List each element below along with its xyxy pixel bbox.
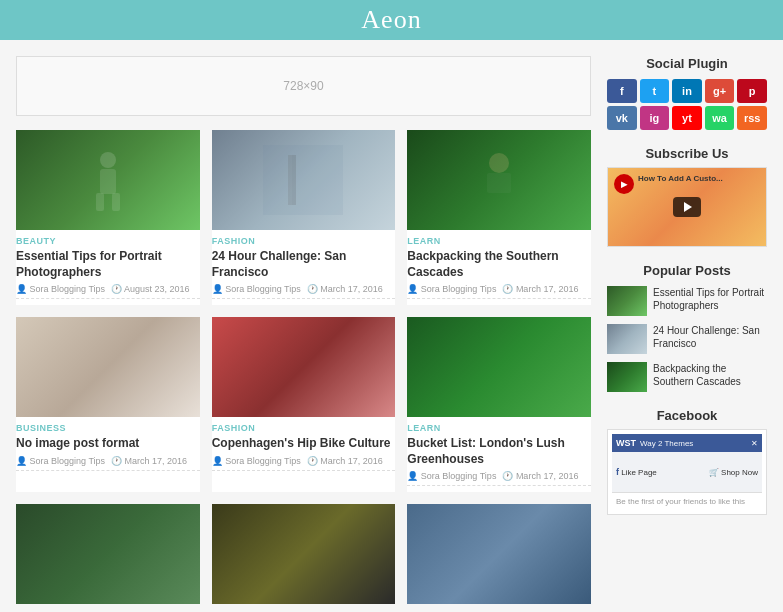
post-image[interactable] [407, 504, 591, 604]
post-title[interactable]: Backpacking the Southern Cascades [407, 249, 591, 280]
post-tag: FASHION [212, 236, 396, 246]
popular-post-item[interactable]: 24 Hour Challenge: San Francisco [607, 324, 767, 354]
svg-rect-4 [263, 145, 343, 215]
popular-post-image [607, 324, 647, 354]
post-author: 👤 Sora Blogging Tips [407, 284, 496, 294]
post-card: BEAUTYEssential Tips for Portrait Photog… [16, 130, 200, 305]
post-title[interactable]: Copenhagen's Hip Bike Culture [212, 436, 396, 452]
play-icon [684, 202, 692, 212]
post-card [407, 504, 591, 604]
post-card [16, 504, 200, 604]
svg-point-7 [489, 153, 509, 173]
post-image[interactable] [212, 504, 396, 604]
posts-grid: BEAUTYEssential Tips for Portrait Photog… [16, 130, 591, 604]
facebook-section: Facebook WST Way 2 Themes ✕ f Like Page … [607, 408, 767, 515]
popular-post-item[interactable]: Backpacking the Southern Cascades [607, 362, 767, 392]
post-date: 🕐 March 17, 2016 [502, 284, 578, 294]
post-title[interactable]: No image post format [16, 436, 200, 452]
popular-post-title: 24 Hour Challenge: San Francisco [653, 324, 767, 350]
post-info: 👤 Sora Blogging Tips🕐 August 23, 2016 [16, 284, 200, 299]
youtube-button[interactable]: yt [672, 106, 702, 130]
post-date: 🕐 March 17, 2016 [502, 471, 578, 481]
ad-label: 728×90 [283, 79, 323, 93]
post-date: 🕐 March 17, 2016 [111, 456, 187, 466]
post-title[interactable]: 24 Hour Challenge: San Francisco [212, 249, 396, 280]
post-author: 👤 Sora Blogging Tips [212, 456, 301, 466]
post-tag: BEAUTY [16, 236, 200, 246]
svg-rect-3 [112, 193, 120, 211]
post-info: 👤 Sora Blogging Tips🕐 March 17, 2016 [407, 471, 591, 486]
whatsapp-button[interactable]: wa [705, 106, 735, 130]
post-tag: BUSINESS [16, 423, 200, 433]
post-card: LEARNBackpacking the Southern Cascades👤 … [407, 130, 591, 305]
sidebar: Social Plugin fting+pvkigytwarss Subscri… [607, 56, 767, 604]
ad-banner: 728×90 [16, 56, 591, 116]
post-image[interactable] [212, 130, 396, 230]
linkedin-button[interactable]: in [672, 79, 702, 103]
svg-rect-6 [292, 155, 296, 205]
post-tag: LEARN [407, 236, 591, 246]
post-info: 👤 Sora Blogging Tips🕐 March 17, 2016 [212, 284, 396, 299]
page-container: 728×90 BEAUTYEssential Tips for Portrait… [0, 40, 783, 612]
main-content: 728×90 BEAUTYEssential Tips for Portrait… [16, 56, 591, 604]
svg-rect-5 [288, 155, 292, 205]
post-date: 🕐 August 23, 2016 [111, 284, 190, 294]
post-info: 👤 Sora Blogging Tips🕐 March 17, 2016 [16, 456, 200, 471]
post-title[interactable]: Bucket List: London's Lush Greenhouses [407, 436, 591, 467]
post-date: 🕐 March 17, 2016 [307, 456, 383, 466]
post-image[interactable] [407, 130, 591, 230]
popular-post-item[interactable]: Essential Tips for Portrait Photographer… [607, 286, 767, 316]
post-title[interactable]: Essential Tips for Portrait Photographer… [16, 249, 200, 280]
post-image[interactable] [16, 317, 200, 417]
post-author: 👤 Sora Blogging Tips [16, 284, 105, 294]
popular-post-title: Essential Tips for Portrait Photographer… [653, 286, 767, 312]
popular-posts-title: Popular Posts [607, 263, 767, 278]
vk-button[interactable]: vk [607, 106, 637, 130]
post-image[interactable] [212, 317, 396, 417]
post-image[interactable] [16, 130, 200, 230]
facebook-widget[interactable]: WST Way 2 Themes ✕ f Like Page 🛒 Shop No… [607, 429, 767, 515]
post-card: FASHIONCopenhagen's Hip Bike Culture👤 So… [212, 317, 396, 492]
post-date: 🕐 March 17, 2016 [307, 284, 383, 294]
post-card [212, 504, 396, 604]
post-author: 👤 Sora Blogging Tips [16, 456, 105, 466]
play-button[interactable] [673, 197, 701, 217]
popular-post-image [607, 362, 647, 392]
post-card: FASHION24 Hour Challenge: San Francisco👤… [212, 130, 396, 305]
post-image[interactable] [407, 317, 591, 417]
pinterest-button[interactable]: p [737, 79, 767, 103]
popular-post-title: Backpacking the Southern Cascades [653, 362, 767, 388]
social-grid: fting+pvkigytwarss [607, 79, 767, 130]
facebook-button[interactable]: f [607, 79, 637, 103]
post-info: 👤 Sora Blogging Tips🕐 March 17, 2016 [212, 456, 396, 471]
post-card: BUSINESSNo image post format👤 Sora Blogg… [16, 317, 200, 492]
svg-rect-1 [100, 169, 116, 194]
instagram-button[interactable]: ig [640, 106, 670, 130]
post-tag: FASHION [212, 423, 396, 433]
post-card: LEARNBucket List: London's Lush Greenhou… [407, 317, 591, 492]
header: Aeon [0, 0, 783, 40]
social-section: Social Plugin fting+pvkigytwarss [607, 56, 767, 130]
rss-button[interactable]: rss [737, 106, 767, 130]
svg-rect-2 [96, 193, 104, 211]
google-plus-button[interactable]: g+ [705, 79, 735, 103]
subscribe-section: Subscribe Us ▶ How To Add A Custo... [607, 146, 767, 247]
post-image[interactable] [16, 504, 200, 604]
post-author: 👤 Sora Blogging Tips [212, 284, 301, 294]
popular-posts-list: Essential Tips for Portrait Photographer… [607, 286, 767, 392]
popular-posts-section: Popular Posts Essential Tips for Portrai… [607, 263, 767, 392]
svg-rect-8 [487, 173, 511, 193]
social-title: Social Plugin [607, 56, 767, 71]
popular-post-image [607, 286, 647, 316]
svg-point-0 [100, 152, 116, 168]
post-tag: LEARN [407, 423, 591, 433]
logo[interactable]: Aeon [361, 5, 421, 35]
post-author: 👤 Sora Blogging Tips [407, 471, 496, 481]
facebook-title: Facebook [607, 408, 767, 423]
youtube-widget[interactable]: ▶ How To Add A Custo... [607, 167, 767, 247]
twitter-button[interactable]: t [640, 79, 670, 103]
youtube-label: How To Add A Custo... [638, 174, 723, 183]
subscribe-title: Subscribe Us [607, 146, 767, 161]
post-info: 👤 Sora Blogging Tips🕐 March 17, 2016 [407, 284, 591, 299]
